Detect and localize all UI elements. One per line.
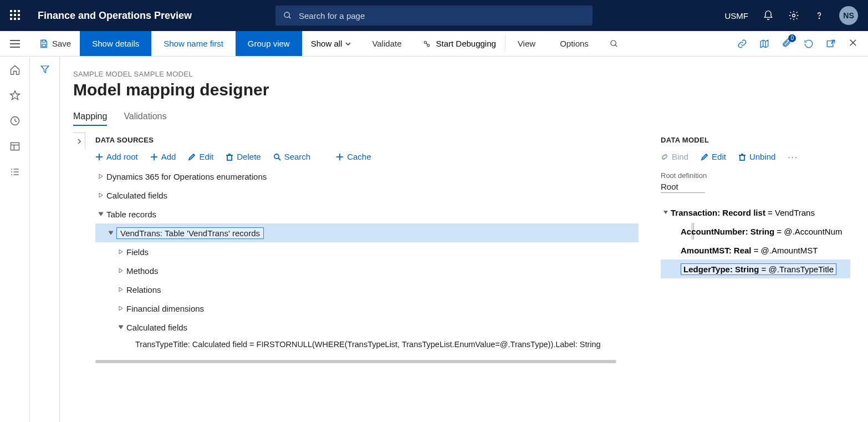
command-bar: Save Show details Show name first Group … <box>0 31 868 57</box>
map-icon[interactable] <box>759 39 769 49</box>
trash-icon <box>738 153 746 161</box>
tree-node-enums[interactable]: Dynamics 365 for Operations enumerations <box>95 167 639 186</box>
user-avatar[interactable]: NS <box>839 6 858 25</box>
dm-edit-button[interactable]: Edit <box>701 152 726 161</box>
plus-icon <box>95 153 103 161</box>
svg-point-2 <box>793 14 795 17</box>
tree-node-calc-fields[interactable]: Calculated fields <box>95 186 639 205</box>
dm-label: Transaction: Record list = VendTrans <box>671 208 815 217</box>
refresh-icon[interactable] <box>804 39 814 49</box>
tree-label: Calculated fields <box>106 191 167 200</box>
search-button[interactable]: Search <box>273 152 311 161</box>
top-nav: Finance and Operations Preview USMF NS <box>0 0 868 31</box>
tree-node-fields[interactable]: Fields <box>95 242 639 261</box>
add-root-button[interactable]: Add root <box>95 152 138 161</box>
home-icon[interactable] <box>9 64 21 75</box>
funnel-icon[interactable] <box>39 64 50 74</box>
caret-right-icon <box>119 250 123 254</box>
svg-point-0 <box>284 12 289 17</box>
tree-node-vendtrans[interactable]: VendTrans: Table 'VendTrans' records <box>95 223 639 242</box>
dm-tree: Transaction: Record list = VendTrans Acc… <box>661 203 850 278</box>
designer-columns: DATA SOURCES Add root Add Edit Delete Se… <box>73 133 850 418</box>
show-name-first-button[interactable]: Show name first <box>151 31 236 56</box>
close-icon <box>848 38 858 48</box>
svg-rect-52 <box>740 155 744 160</box>
unbind-button[interactable]: Unbind <box>738 152 776 161</box>
filter-column <box>30 57 60 422</box>
global-search[interactable] <box>275 6 593 26</box>
tree-node-vt-calc-fields[interactable]: Calculated fields <box>95 318 639 337</box>
page-search-button[interactable] <box>601 31 627 56</box>
collapse-data-source-types[interactable] <box>73 133 85 149</box>
delete-button[interactable]: Delete <box>226 152 261 161</box>
tab-validations[interactable]: Validations <box>124 111 166 126</box>
dm-more-button[interactable]: ··· <box>788 152 798 161</box>
edit-button[interactable]: Edit <box>188 152 213 161</box>
app-launcher-icon[interactable] <box>10 10 21 21</box>
group-view-button[interactable]: Group view <box>236 31 302 56</box>
search-icon <box>273 153 281 161</box>
svg-marker-20 <box>10 91 19 100</box>
link-icon[interactable] <box>737 39 747 49</box>
svg-rect-7 <box>42 40 45 42</box>
close-button[interactable] <box>848 38 858 50</box>
tree-node-methods[interactable]: Methods <box>95 261 639 280</box>
ds-tree: Dynamics 365 for Operations enumerations… <box>95 167 639 352</box>
root-definition-value[interactable]: Root <box>661 182 705 193</box>
popout-icon[interactable] <box>826 39 836 49</box>
save-label: Save <box>52 39 71 48</box>
tree-node-relations[interactable]: Relations <box>95 280 639 299</box>
svg-rect-22 <box>11 143 19 150</box>
nav-toggle-button[interactable] <box>0 31 30 56</box>
cache-button[interactable]: Cache <box>336 152 371 161</box>
caret-right-icon <box>119 306 123 311</box>
bind-label: Bind <box>672 152 688 161</box>
save-button[interactable]: Save <box>30 31 80 56</box>
tab-mapping[interactable]: Mapping <box>73 111 107 126</box>
dm-node-ledger[interactable]: LedgerType: String = @.TransTypeTitle <box>661 260 850 278</box>
horizontal-scrollbar[interactable] <box>95 360 616 363</box>
main-content: SAMPLE MODEL SAMPLE MODEL Model mapping … <box>60 57 868 422</box>
dm-node-transaction[interactable]: Transaction: Record list = VendTrans <box>661 203 850 222</box>
tree-node-fin-dims[interactable]: Financial dimensions <box>95 299 639 318</box>
view-menu[interactable]: View <box>506 31 548 56</box>
search-input[interactable] <box>299 11 585 21</box>
left-nav-rail <box>0 57 30 422</box>
tree-label: Relations <box>126 285 161 294</box>
search-icon <box>610 39 619 48</box>
debug-icon <box>422 39 431 48</box>
dm-toolbar: Bind Edit Unbind ··· <box>661 152 850 161</box>
svg-marker-44 <box>99 193 103 197</box>
tree-label: Fields <box>126 247 149 257</box>
bell-icon[interactable] <box>763 10 774 21</box>
start-debugging-button[interactable]: Start Debugging <box>413 31 504 56</box>
workspace-icon[interactable] <box>9 141 21 152</box>
svg-rect-16 <box>827 40 833 47</box>
caret-right-icon <box>99 193 103 197</box>
add-button[interactable]: Add <box>150 152 176 161</box>
star-icon[interactable] <box>9 90 21 101</box>
recent-icon[interactable] <box>9 115 21 126</box>
save-icon <box>39 39 49 49</box>
attachments-button[interactable]: 0 <box>782 38 792 50</box>
show-all-dropdown[interactable]: Show all <box>302 31 360 56</box>
pencil-icon <box>188 153 196 161</box>
company-code[interactable]: USMF <box>725 11 749 21</box>
svg-line-1 <box>289 17 290 18</box>
tree-node-table-records[interactable]: Table records <box>95 205 639 223</box>
dm-node-amount[interactable]: AmountMST: Real = @.AmountMST <box>661 241 850 260</box>
attachment-count-badge: 0 <box>788 34 796 42</box>
help-icon[interactable] <box>814 10 825 21</box>
options-menu[interactable]: Options <box>548 31 601 56</box>
add-label: Add <box>161 152 176 161</box>
dm-node-account[interactable]: AccountNumber: String = @.AccountNum <box>661 222 850 241</box>
validate-button[interactable]: Validate <box>360 31 413 56</box>
gear-icon[interactable] <box>788 10 799 21</box>
unbind-label: Unbind <box>749 152 776 161</box>
svg-point-12 <box>611 40 616 45</box>
tree-node-trans-type-title[interactable]: TransTypeTitle: Calculated field = FIRST… <box>135 337 639 352</box>
caret-down-icon <box>119 325 123 329</box>
modules-icon[interactable] <box>9 166 21 177</box>
show-details-button[interactable]: Show details <box>80 31 151 56</box>
tree-label: Calculated fields <box>126 323 187 332</box>
